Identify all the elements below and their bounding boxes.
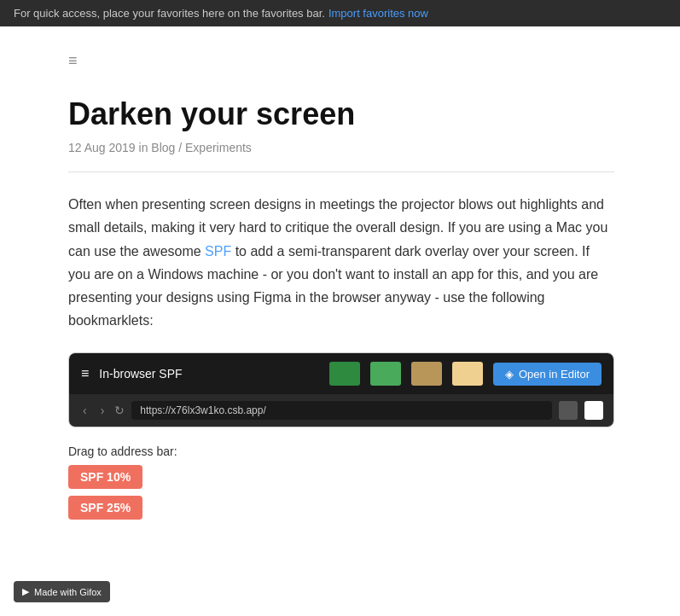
bookmarklet-spf25[interactable]: SPF 25% (68, 496, 142, 520)
main-content: ≡ Darken your screen 12 Aug 2019 in Blog… (0, 26, 648, 569)
article-title: Darken your screen (68, 96, 614, 132)
article-date: 12 Aug 2019 (68, 141, 136, 154)
article-separator: / (178, 141, 182, 154)
nav-forward-button[interactable]: › (97, 402, 108, 419)
embed-hamburger-icon[interactable]: ≡ (81, 366, 89, 381)
copy-icon[interactable] (559, 401, 578, 420)
drag-section: Drag to address bar: SPF 10% SPF 25% (68, 445, 614, 535)
article-body: Often when presenting screen designs in … (68, 193, 614, 332)
drag-label: Drag to address bar: (68, 445, 614, 458)
swatch-light-yellow[interactable] (452, 362, 483, 386)
nav-back-button[interactable]: ‹ (79, 402, 90, 419)
embed-title: In-browser SPF (99, 367, 319, 381)
open-editor-label: Open in Editor (519, 368, 590, 381)
url-bar[interactable] (131, 401, 552, 420)
embed-nav-bar: ‹ › ↻ (69, 394, 613, 427)
article-in: in (139, 141, 148, 154)
hamburger-menu-icon[interactable]: ≡ (68, 52, 614, 70)
favorites-bar: For quick access, place your favorites h… (0, 0, 680, 26)
open-in-editor-button[interactable]: ◈ Open in Editor (493, 363, 602, 386)
article-category2: Experiments (185, 141, 252, 154)
swatch-dark-green[interactable] (329, 362, 360, 386)
spf-link[interactable]: SPF (205, 244, 231, 259)
article-meta: 12 Aug 2019 in Blog / Experiments (68, 141, 614, 154)
embed-header: ≡ In-browser SPF ◈ Open in Editor (69, 353, 613, 394)
gifox-icon: ▶ (22, 586, 29, 597)
gifox-label: Made with Gifox (34, 587, 102, 597)
bookmarklet-spf10[interactable]: SPF 10% (68, 465, 142, 489)
embed-frame: ≡ In-browser SPF ◈ Open in Editor ‹ › ↻ (68, 352, 614, 427)
article-category1: Blog (151, 141, 175, 154)
swatch-medium-green[interactable] (370, 362, 401, 386)
favorites-bar-message: For quick access, place your favorites h… (14, 7, 325, 20)
fullscreen-icon[interactable] (584, 401, 603, 420)
article-divider (68, 171, 614, 172)
gifox-badge: ▶ Made with Gifox (14, 581, 110, 602)
open-editor-icon: ◈ (505, 368, 514, 381)
nav-refresh-button[interactable]: ↻ (114, 404, 125, 417)
swatch-tan[interactable] (411, 362, 442, 386)
import-favorites-link[interactable]: Import favorites now (328, 7, 428, 20)
